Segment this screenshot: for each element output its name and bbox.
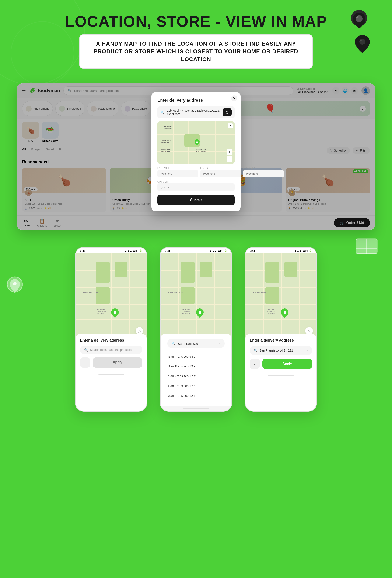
phone3-icons: ▲▲▲ WiFi 🔋: [294, 249, 312, 252]
phone2-park3: [200, 262, 212, 277]
page-header: LOCATION, STORE - VIEW IN MAP A HANDY MA…: [0, 0, 392, 79]
phone2-results: San Fransisco 9 st San Fransisco 15 st S…: [164, 348, 228, 404]
phone2-mockup: 9:41 ▲▲▲ WiFi 🔋 Hilkenmont Park C: [160, 247, 232, 412]
signal-icon3: ▲▲▲: [294, 249, 302, 252]
wifi-icon2: WiFi: [218, 249, 223, 252]
phone1-map: Hilkenmont Park CENTRALBUSINESSDISTRICT …: [76, 253, 147, 338]
phone1-apply-btn[interactable]: Apply: [93, 357, 142, 368]
phone3-park3: [284, 262, 297, 277]
entrance-label: ENTRANCE: [157, 167, 198, 169]
phone1-bottom-card: Enter a delivery address 🔍 Search restau…: [76, 334, 147, 372]
phone2-streets: Hilkenmont Park CENTRALBUSINESSDISTRICT: [161, 253, 231, 338]
map-label-1: ЧИЛ/НЗ/Р-70ЛНZONR-7: [164, 126, 172, 130]
locate-btn[interactable]: ⊙: [222, 108, 232, 116]
result-item-3[interactable]: San Fransisco 12 st: [168, 381, 224, 391]
phone1-pin: [111, 308, 119, 319]
result-item-2[interactable]: San Fransisco 17 st: [168, 371, 224, 381]
apartment-input[interactable]: [243, 170, 284, 178]
phone3-home-indicator: [268, 375, 294, 376]
phone3-mockup: 9:41 ▲▲▲ WiFi 🔋 Hilkenmont Park C: [245, 247, 317, 412]
phone3-streets: Hilkenmont Park CENTRALBUSINESSDISTRICT …: [245, 253, 316, 338]
phone1-park3: [115, 262, 128, 277]
phone3-label-cbd: CENTRALBUSINESSDISTRICT: [267, 308, 275, 314]
phone2-map: Hilkenmont Park CENTRALBUSINESSDISTRICT: [161, 253, 231, 338]
phone2-clear-btn[interactable]: ×: [218, 341, 220, 345]
phone3-park2: [265, 287, 280, 304]
battery-icon2: 🔋: [224, 249, 227, 252]
signal-icon: ▲▲▲: [125, 249, 132, 252]
modal-close-btn[interactable]: ✕: [231, 95, 237, 101]
comment-input[interactable]: [157, 183, 235, 191]
result-item-4[interactable]: San Fransisco 12 st: [168, 391, 224, 400]
map-label-2: ЧИЛОНЗОР-5CHILONZOR-5: [161, 139, 172, 143]
phone3-map: Hilkenmont Park CENTRALBUSINESSDISTRICT …: [245, 253, 316, 338]
phone3-park1: [265, 262, 280, 283]
phone2-time: 9:41: [165, 249, 170, 252]
submit-btn[interactable]: Submit: [157, 195, 235, 205]
phone1-search[interactable]: 🔍 Search restaurant and products: [80, 345, 142, 354]
phone1-mockup: 9:41 ▲▲▲ WiFi 🔋: [75, 247, 147, 412]
phone3-bottom-title: Enter a delivery address: [250, 338, 312, 343]
map-expand-btn[interactable]: ⤢: [228, 123, 233, 128]
subtitle-box: A HANDY MAP TO FIND THE LOCATION OF A ST…: [79, 34, 313, 69]
phone1-status-bar: 9:41 ▲▲▲ WiFi 🔋: [76, 247, 147, 253]
phone1-search-placeholder: Search restaurant and products: [90, 348, 131, 351]
phone1-back-btn[interactable]: ‹: [80, 357, 90, 368]
search-icon-modal: 🔍: [160, 110, 165, 114]
phone2-park1: [180, 262, 195, 283]
floor-label: FLOOR: [200, 167, 241, 169]
search-icon-phone1: 🔍: [84, 348, 88, 351]
phone3-navigate-btn[interactable]: ▷: [305, 327, 313, 335]
phone3-status-bar: 9:41 ▲▲▲ WiFi 🔋: [245, 247, 316, 253]
pin-icons: [349, 8, 371, 55]
phone2-search-value: San Fransisco: [178, 342, 198, 345]
result-item-1[interactable]: San Fransisco 15 st: [168, 361, 224, 371]
wifi-icon: WiFi: [133, 249, 138, 252]
phones-section: 9:41 ▲▲▲ WiFi 🔋: [0, 234, 392, 424]
map-zoom-btns: + −: [226, 149, 232, 162]
phone3-bottom-card: Enter a delivery address 🔍 San Fransisco…: [245, 334, 316, 373]
comment-label: COMMENT: [157, 181, 169, 183]
floor-input[interactable]: [200, 170, 241, 178]
phone1-label-park: Hilkenmont Park: [83, 291, 98, 293]
wifi-icon3: WiFi: [303, 249, 308, 252]
search-icon-phone2: 🔍: [172, 341, 176, 345]
phone1-navigate-btn[interactable]: ▷: [135, 327, 143, 335]
battery-icon3: 🔋: [309, 249, 312, 252]
phone3-pin: [281, 308, 289, 319]
floor-field: FLOOR: [200, 167, 241, 178]
phone1-btn-row: ‹ Apply: [80, 357, 142, 368]
phone1-time: 9:41: [80, 249, 86, 252]
map-preview: ЧИЛ/НЗ/Р-70ЛНZONR-7 ЧИЛОНЗОР-5CHILONZOR-…: [157, 121, 235, 164]
phone3-apply-btn[interactable]: Apply: [262, 359, 312, 369]
zoom-out-btn[interactable]: −: [226, 156, 232, 162]
map-pin-marker: [195, 139, 200, 146]
address-input-row: 🔍 21b Muqimiy ko'chasi, Tashkent 100115,…: [157, 106, 235, 118]
phone3-label-park: Hilkenmont Park: [252, 291, 267, 293]
phone1-streets: Hilkenmont Park CENTRALBUSINESSDISTRICT …: [76, 253, 147, 338]
delivery-address-modal: ✕ Enter delivery address 🔍 21b Muqimiy k…: [151, 92, 241, 211]
phone2-search-input[interactable]: 🔍 San Fransisco ×: [167, 338, 225, 348]
phone1-bottom-title: Enter a delivery address: [80, 338, 142, 343]
address-input-text[interactable]: 21b Muqimiy ko'chasi, Tashkent 100115, У…: [167, 109, 220, 116]
phone3-address-input[interactable]: 🔍 San Fransisco 14 St, 221 ○: [250, 345, 312, 355]
phone1-park2: [96, 287, 110, 304]
phone3-back-btn[interactable]: ‹: [250, 359, 260, 369]
phone1-park: [96, 262, 110, 283]
page-title: LOCATION, STORE - VIEW IN MAP: [43, 13, 349, 30]
zoom-in-btn[interactable]: +: [226, 149, 232, 155]
entrance-input[interactable]: [157, 170, 198, 178]
phone3-btn-row: ‹ Apply: [250, 359, 312, 369]
map-grid: ЧИЛ/НЗ/Р-70ЛНZONR-7 ЧИЛОНЗОР-5CHILONZOR-…: [157, 121, 235, 164]
phone1-icons: ▲▲▲ WiFi 🔋: [125, 249, 142, 252]
phone1-label-cbd: CENTRALBUSINESSDISTRICT: [97, 308, 106, 314]
result-item-0[interactable]: San Fransisco 9 st: [168, 352, 224, 361]
page-subtitle: A HANDY MAP TO FIND THE LOCATION OF A ST…: [92, 40, 300, 63]
map-label-4: ЧИЛОНЗОР-2CHILONZOR-2: [196, 149, 206, 153]
phone3-clear-icon[interactable]: ○: [306, 348, 308, 352]
modal-overlay: ✕ Enter delivery address 🔍 21b Muqimiy k…: [17, 83, 375, 230]
phone2-icons: ▲▲▲ WiFi 🔋: [209, 249, 227, 252]
svg-point-7: [196, 141, 198, 143]
map-pin-icon-1: [349, 8, 369, 32]
entrance-field: ENTRANCE: [157, 167, 198, 178]
